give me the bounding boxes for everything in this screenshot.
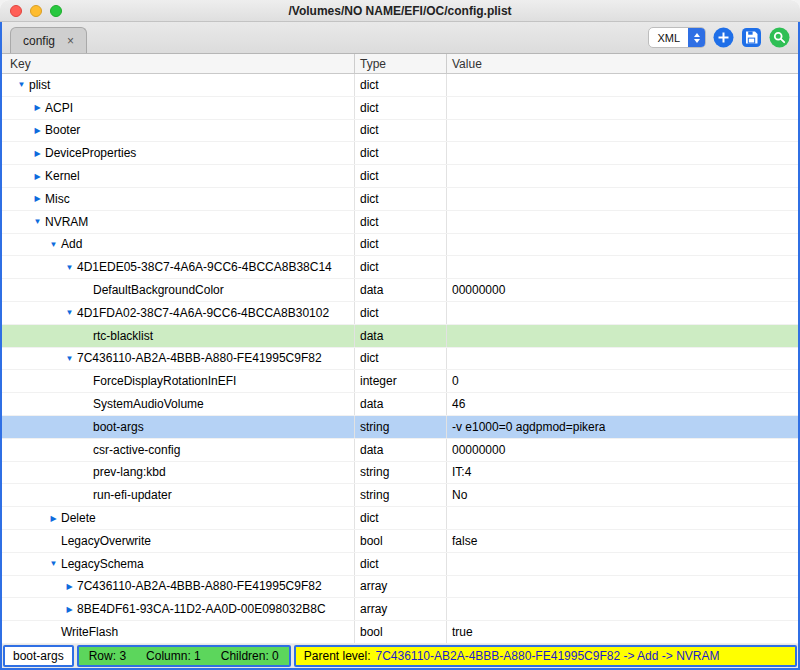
type-cell: data (355, 279, 447, 301)
table-row[interactable]: ▶ Misc dict (2, 188, 798, 211)
key-cell: ▼ Add (2, 234, 355, 256)
disclosure-triangle-icon[interactable]: ▶ (30, 194, 45, 203)
disclosure-triangle-icon[interactable]: ▶ (30, 103, 45, 112)
disclosure-triangle-icon[interactable]: ▼ (62, 308, 77, 317)
tab-config[interactable]: config × (10, 27, 87, 53)
status-parent-box: Parent level: 7C436110-AB2A-4BBB-A880-FE… (294, 645, 797, 667)
table-row[interactable]: ▶ csr-active-config data 00000000 (2, 439, 798, 462)
table-row[interactable]: ▼ NVRAM dict (2, 211, 798, 234)
type-cell: string (355, 484, 447, 506)
disclosure-triangle-icon[interactable]: ▶ (62, 605, 77, 614)
key-label: LegacySchema (61, 557, 144, 571)
disclosure-triangle-icon[interactable]: ▶ (62, 582, 77, 591)
table-row[interactable]: ▼ 7C436110-AB2A-4BBB-A880-FE41995C9F82 d… (2, 348, 798, 371)
key-cell: ▶ boot-args (2, 416, 355, 438)
value-cell: 46 (447, 393, 798, 415)
disclosure-triangle-icon[interactable]: ▶ (30, 149, 45, 158)
table-row[interactable]: ▶ boot-args string -v e1000=0 agdpmod=pi… (2, 416, 798, 439)
column-header-value[interactable]: Value (447, 54, 798, 73)
plist-tree-table: Key Type Value ▼ plist dict ▶ ACPI dict … (2, 54, 798, 644)
stepper-icon[interactable] (688, 28, 705, 47)
type-cell: array (355, 598, 447, 620)
value-cell (447, 165, 798, 187)
value-cell (447, 188, 798, 210)
table-row[interactable]: ▶ rtc-blacklist data (2, 325, 798, 348)
key-label: Misc (45, 192, 70, 206)
value-cell (447, 142, 798, 164)
table-row[interactable]: ▶ 7C436110-AB2A-4BBB-A880-FE41995C9F82 a… (2, 576, 798, 599)
disclosure-triangle-icon[interactable]: ▶ (46, 514, 61, 523)
type-cell: dict (355, 553, 447, 575)
key-label: rtc-blacklist (93, 329, 153, 343)
column-header-key[interactable]: Key (2, 54, 355, 73)
key-label: 4D1EDE05-38C7-4A6A-9CC6-4BCCA8B38C14 (77, 260, 332, 274)
format-select[interactable]: XML (648, 27, 706, 48)
disclosure-triangle-icon[interactable]: ▼ (30, 217, 45, 226)
key-label: DefaultBackgroundColor (93, 283, 224, 297)
type-cell: dict (355, 165, 447, 187)
table-header: Key Type Value (2, 54, 798, 74)
table-row[interactable]: ▼ 4D1FDA02-38C7-4A6A-9CC6-4BCCA8B30102 d… (2, 302, 798, 325)
tab-label: config (23, 34, 55, 48)
key-label: plist (29, 78, 50, 92)
search-button[interactable] (769, 27, 790, 48)
value-cell: -v e1000=0 agdpmod=pikera (447, 416, 798, 438)
type-cell: dict (355, 120, 447, 142)
column-header-type[interactable]: Type (355, 54, 447, 73)
table-row[interactable]: ▼ 4D1EDE05-38C7-4A6A-9CC6-4BCCA8B38C14 d… (2, 256, 798, 279)
value-cell: 00000000 (447, 279, 798, 301)
disclosure-triangle-icon[interactable]: ▼ (46, 559, 61, 568)
table-row[interactable]: ▶ LegacyOverwrite bool false (2, 530, 798, 553)
disclosure-triangle-icon[interactable]: ▶ (30, 172, 45, 181)
type-cell: dict (355, 188, 447, 210)
status-bar: boot-args Row: 3 Column: 1 Children: 0 P… (2, 644, 798, 668)
table-row[interactable]: ▶ SystemAudioVolume data 46 (2, 393, 798, 416)
status-parent-path: 7C436110-AB2A-4BBB-A880-FE41995C9F82 -> … (376, 649, 720, 663)
table-row[interactable]: ▶ run-efi-updater string No (2, 484, 798, 507)
key-label: Kernel (45, 169, 80, 183)
disclosure-triangle-icon[interactable]: ▼ (62, 354, 77, 363)
key-cell: ▼ plist (2, 74, 355, 96)
disclosure-triangle-icon[interactable]: ▼ (62, 263, 77, 272)
disclosure-triangle-icon[interactable]: ▶ (30, 126, 45, 135)
table-row[interactable]: ▶ Delete dict (2, 507, 798, 530)
key-label: ForceDisplayRotationInEFI (93, 374, 236, 388)
key-label: 4D1FDA02-38C7-4A6A-9CC6-4BCCA8B30102 (77, 306, 329, 320)
key-label: Add (61, 237, 82, 251)
disclosure-triangle-icon[interactable]: ▼ (46, 240, 61, 249)
minimize-window-button[interactable] (30, 5, 42, 17)
type-cell: data (355, 393, 447, 415)
key-cell: ▶ Misc (2, 188, 355, 210)
disclosure-triangle-icon[interactable]: ▼ (14, 80, 29, 89)
key-label: 7C436110-AB2A-4BBB-A880-FE41995C9F82 (77, 579, 322, 593)
table-row[interactable]: ▶ ForceDisplayRotationInEFI integer 0 (2, 370, 798, 393)
table-row[interactable]: ▶ 8BE4DF61-93CA-11D2-AA0D-00E098032B8C a… (2, 598, 798, 621)
table-row[interactable]: ▶ ACPI dict (2, 97, 798, 120)
table-row[interactable]: ▶ Kernel dict (2, 165, 798, 188)
table-row[interactable]: ▶ WriteFlash bool true (2, 621, 798, 644)
value-cell: 00000000 (447, 439, 798, 461)
table-row[interactable]: ▼ Add dict (2, 234, 798, 257)
table-row[interactable]: ▶ DeviceProperties dict (2, 142, 798, 165)
table-row[interactable]: ▶ Booter dict (2, 120, 798, 143)
value-cell: IT:4 (447, 462, 798, 484)
window-content: config × XML (0, 22, 800, 670)
chevron-up-icon (694, 33, 700, 37)
add-button[interactable] (713, 27, 734, 48)
table-row[interactable]: ▶ prev-lang:kbd string IT:4 (2, 462, 798, 485)
tab-close-icon[interactable]: × (67, 35, 74, 47)
close-window-button[interactable] (10, 5, 22, 17)
table-row[interactable]: ▶ DefaultBackgroundColor data 00000000 (2, 279, 798, 302)
table-row[interactable]: ▼ LegacySchema dict (2, 553, 798, 576)
zoom-window-button[interactable] (50, 5, 62, 17)
key-label: NVRAM (45, 215, 88, 229)
key-cell: ▼ LegacySchema (2, 553, 355, 575)
magnifier-icon (769, 27, 790, 48)
save-button[interactable] (741, 27, 762, 48)
type-cell: dict (355, 507, 447, 529)
type-cell: dict (355, 348, 447, 370)
key-label: SystemAudioVolume (93, 397, 204, 411)
traffic-lights (10, 5, 62, 17)
titlebar: /Volumes/NO NAME/EFI/OC/config.plist (0, 0, 800, 22)
table-row[interactable]: ▼ plist dict (2, 74, 798, 97)
